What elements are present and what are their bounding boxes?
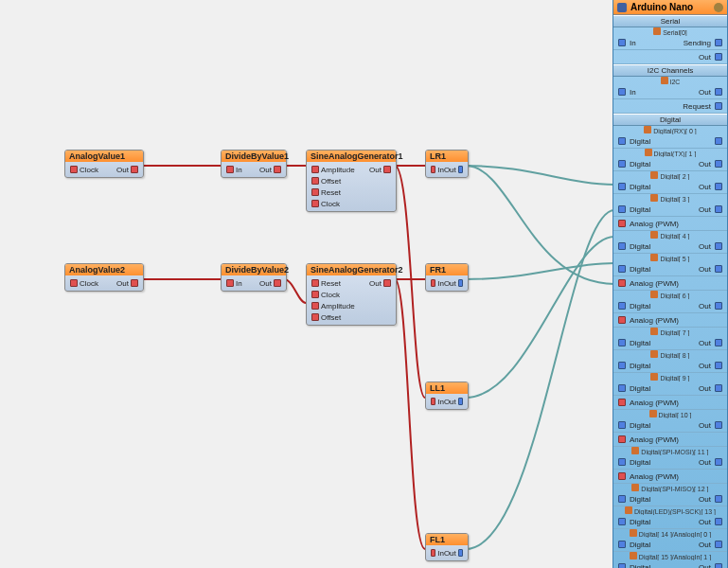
node-title: FR1 (426, 264, 468, 275)
digital-row[interactable]: DigitalOut (613, 515, 727, 529)
canvas[interactable]: AnalogValue1 ClockOut AnalogValue2 Clock… (0, 0, 728, 568)
digital-label: Digital(SPI-MOSI)[ 11 ] (613, 447, 727, 455)
port-clock: Clock (80, 279, 98, 288)
port-out: Out (259, 166, 272, 174)
port-in: In (236, 279, 242, 288)
digital-row[interactable]: DigitalOut (613, 418, 727, 433)
digital-label: Digital[ 15 ]/AnalogIn[ 1 ] (613, 552, 727, 560)
node-title: AnalogValue2 (65, 264, 143, 275)
port-in: In (437, 549, 444, 558)
digital-row[interactable]: DigitalOut (613, 157, 727, 171)
node-fr1[interactable]: FR1 InOut (425, 263, 469, 292)
node-title: AnalogValue1 (65, 151, 143, 162)
node-dividebyvalue1[interactable]: DivideByValue1 InOut (221, 150, 287, 178)
port-reset: Reset (321, 279, 341, 288)
analog-pwm-row[interactable]: Analog (PWM) (613, 313, 727, 328)
digital-label: Digital(TX)[ 1 ] (613, 149, 727, 157)
port-in: In (236, 166, 242, 174)
serial-row2[interactable]: Out (613, 50, 727, 64)
digital-label: Digital[ 9 ] (613, 373, 727, 382)
port-icon (653, 27, 661, 35)
port-out: Out (369, 279, 382, 288)
serial-row[interactable]: InSending (613, 36, 727, 50)
i2c-item: I2C (670, 79, 681, 85)
node-lr1[interactable]: LR1 InOut (425, 150, 469, 178)
port-out: Out (369, 166, 382, 174)
port-reset: Reset (321, 188, 341, 197)
port-offset: Offset (321, 313, 341, 322)
analog-pwm-row[interactable]: Analog (PWM) (613, 217, 727, 231)
port-clock: Clock (321, 291, 340, 299)
analog-pwm-row[interactable]: Analog (PWM) (613, 433, 727, 447)
chip-icon (617, 3, 627, 12)
i2c-row[interactable]: InOut (613, 85, 727, 99)
port-amplitude: Amplitude (321, 302, 355, 311)
node-sinegen1[interactable]: SineAnalogGenerator1 AmplitudeOut Offset… (306, 150, 397, 212)
serial-item: Serial[0] (663, 29, 687, 36)
digital-row[interactable]: DigitalOut (613, 299, 727, 313)
i2c-row2[interactable]: Request (613, 99, 727, 114)
port-out: Out (116, 279, 129, 288)
digital-row[interactable]: DigitalOut (613, 180, 727, 194)
digital-label: Digital[ 3 ] (613, 194, 727, 203)
digital-row[interactable]: DigitalOut (613, 203, 727, 217)
digital-label: Digital[ 10 ] (613, 410, 727, 418)
node-sinegen2[interactable]: SineAnalogGenerator2 ResetOut Clock Ampl… (306, 263, 397, 326)
digital-label: Digital(RX)[ 0 ] (613, 126, 727, 134)
node-title: SineAnalogGenerator2 (307, 264, 396, 275)
node-analogvalue2[interactable]: AnalogValue2 ClockOut (64, 263, 144, 292)
digital-label: Digital[ 2 ] (613, 171, 727, 180)
digital-row[interactable]: DigitalOut (613, 359, 727, 373)
digital-label: Digital[ 7 ] (613, 328, 727, 336)
digital-label: Digital[ 6 ] (613, 291, 727, 299)
digital-row[interactable]: DigitalOut (613, 262, 727, 276)
node-title: DivideByValue1 (222, 151, 286, 162)
digital-label: Digital[ 14 ]/AnalogIn[ 0 ] (613, 529, 727, 538)
port-out: Out (444, 166, 456, 174)
digital-label: Digital[ 8 ] (613, 350, 727, 359)
digital-row[interactable]: DigitalOut (613, 492, 727, 506)
digital-header: Digital (613, 114, 727, 126)
digital-row[interactable]: DigitalOut (613, 455, 727, 470)
digital-row[interactable]: DigitalOut (613, 538, 727, 552)
node-analogvalue1[interactable]: AnalogValue1 ClockOut (64, 150, 144, 178)
arduino-title-bar[interactable]: Arduino Nano (613, 0, 727, 15)
analog-pwm-row[interactable]: Analog (PWM) (613, 396, 727, 410)
i2c-header: I2C Channels (613, 64, 727, 77)
port-clock: Clock (321, 200, 340, 208)
node-ll1[interactable]: LL1 InOut (425, 382, 469, 410)
port-in: In (437, 398, 444, 406)
port-out: Out (444, 279, 456, 288)
node-dividebyvalue2[interactable]: DivideByValue2 InOut (221, 263, 287, 292)
gear-icon[interactable] (714, 3, 723, 12)
digital-label: Digital[ 5 ] (613, 254, 727, 262)
node-title: SineAnalogGenerator1 (307, 151, 396, 162)
port-in: In (437, 279, 444, 288)
port-clock: Clock (80, 166, 98, 174)
node-title: LL1 (426, 382, 468, 394)
digital-row[interactable]: Digital (613, 134, 727, 149)
port-out: Out (259, 279, 272, 288)
digital-row[interactable]: DigitalOut (613, 560, 727, 568)
arduino-panel[interactable]: Arduino Nano Serial Serial[0] InSending … (613, 0, 728, 568)
node-fl1[interactable]: FL1 InOut (425, 533, 469, 561)
port-out: Out (116, 166, 129, 174)
digital-label: Digital(SPI-MISO)[ 12 ] (613, 484, 727, 492)
digital-row[interactable]: DigitalOut (613, 336, 727, 350)
node-title: DivideByValue2 (222, 264, 286, 275)
port-icon (661, 77, 668, 84)
digital-label: Digital[ 4 ] (613, 231, 727, 240)
port-amplitude: Amplitude (321, 166, 355, 174)
node-title: FL1 (426, 534, 468, 545)
analog-pwm-row[interactable]: Analog (PWM) (613, 470, 727, 484)
digital-row[interactable]: DigitalOut (613, 382, 727, 396)
port-offset: Offset (321, 177, 341, 186)
digital-label: Digital(LED)(SPI-SCK)[ 13 ] (613, 506, 727, 515)
analog-pwm-row[interactable]: Analog (PWM) (613, 276, 727, 291)
node-title: LR1 (426, 151, 468, 162)
arduino-title: Arduino Nano (630, 2, 693, 12)
port-in: In (437, 166, 444, 174)
port-out: Out (444, 398, 456, 406)
port-out: Out (444, 549, 456, 558)
digital-row[interactable]: DigitalOut (613, 240, 727, 254)
